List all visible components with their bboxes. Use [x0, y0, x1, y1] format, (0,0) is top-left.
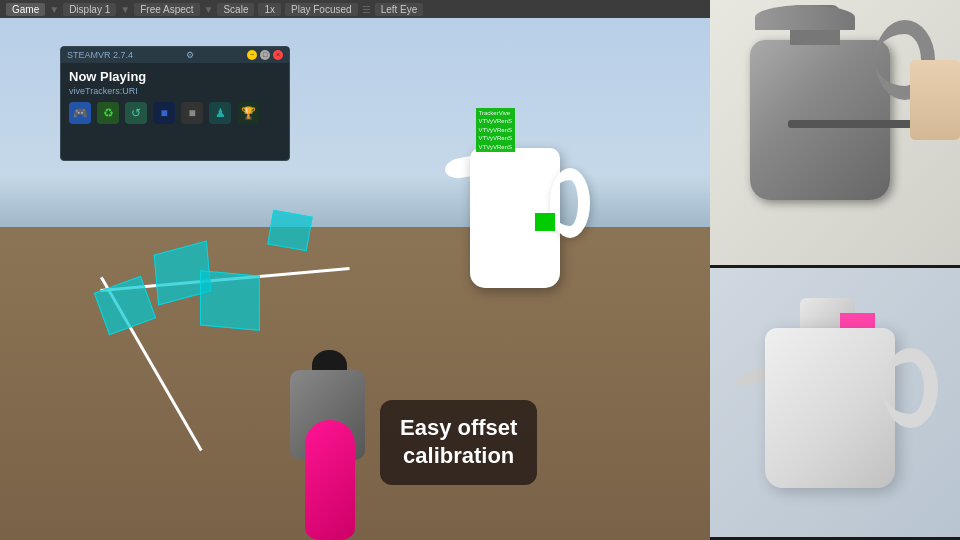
- cyan-box-2: [200, 270, 260, 330]
- vr-icon-3[interactable]: ↺: [125, 102, 147, 124]
- steamvr-body: Now Playing viveTrackers:URI 🎮 ♻ ↺ ■ ■ ♟…: [61, 63, 289, 130]
- tab-scale[interactable]: Scale: [217, 3, 254, 16]
- game-viewport-container: Game ▼ Display 1 ▼ Free Aspect ▼ Scale 1…: [0, 0, 710, 540]
- editor-topbar: Game ▼ Display 1 ▼ Free Aspect ▼ Scale 1…: [0, 0, 710, 18]
- calibration-line1: Easy offset: [400, 415, 517, 440]
- now-playing-subtitle: viveTrackers:URI: [69, 86, 281, 96]
- steamvr-title: STEAMVR 2.7.4: [67, 50, 133, 60]
- white-mug: [460, 148, 590, 308]
- tab-left-eye[interactable]: Left Eye: [375, 3, 424, 16]
- 3d-can-handle: [883, 348, 938, 428]
- steamvr-settings[interactable]: ⚙: [186, 50, 194, 60]
- player-object: [270, 340, 390, 540]
- calibration-line2: calibration: [403, 443, 514, 468]
- now-playing-label: Now Playing: [69, 69, 281, 84]
- real-can-spout: [755, 5, 855, 30]
- photo-bottom: [710, 268, 960, 537]
- cyan-box-4: [267, 210, 312, 251]
- steamvr-minimize-btn[interactable]: −: [247, 50, 257, 60]
- right-panel: [710, 0, 960, 540]
- player-cylinder: [305, 420, 355, 540]
- steamvr-overlay[interactable]: STEAMVR 2.7.4 ⚙ − □ × Now Playing viveTr…: [60, 46, 290, 161]
- vr-icon-5[interactable]: ■: [181, 102, 203, 124]
- tracker-text-overlay: TrackerViveVTVyVRenSVTVyVRenSVTVyVRenSVT…: [476, 108, 515, 152]
- calibration-label: Easy offset calibration: [380, 400, 537, 485]
- game-viewport: TrackerViveVTVyVRenSVTVyVRenSVTVyVRenSVT…: [0, 18, 710, 540]
- steamvr-icons: 🎮 ♻ ↺ ■ ■ ♟ 🏆: [69, 102, 281, 124]
- tab-aspect[interactable]: Free Aspect: [134, 3, 199, 16]
- photo-top: [710, 0, 960, 268]
- steamvr-maximize-btn[interactable]: □: [260, 50, 270, 60]
- vr-icon-6[interactable]: ♟: [209, 102, 231, 124]
- steamvr-window-controls: − □ ×: [247, 50, 283, 60]
- vr-icon-2[interactable]: ♻: [97, 102, 119, 124]
- steamvr-titlebar: STEAMVR 2.7.4 ⚙ − □ ×: [61, 47, 289, 63]
- small-green-box: [535, 213, 555, 231]
- real-can-arm: [910, 60, 960, 140]
- 3d-can-body: [765, 328, 895, 488]
- real-can-body: [750, 40, 890, 200]
- tab-game[interactable]: Game: [6, 3, 45, 16]
- vr-icon-4[interactable]: ■: [153, 102, 175, 124]
- tab-play-focused[interactable]: Play Focused: [285, 3, 358, 16]
- vr-icon-7[interactable]: 🏆: [237, 102, 259, 124]
- mug-handle: [550, 168, 590, 238]
- vr-icon-1[interactable]: 🎮: [69, 102, 91, 124]
- tab-scale-val[interactable]: 1x: [258, 3, 281, 16]
- tab-display[interactable]: Display 1: [63, 3, 116, 16]
- steamvr-close-btn[interactable]: ×: [273, 50, 283, 60]
